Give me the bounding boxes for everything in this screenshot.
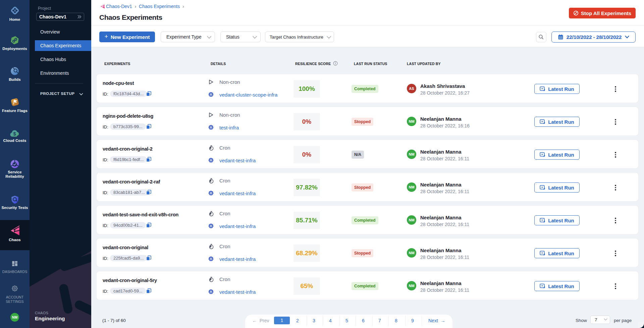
svg-text:$: $ [13, 131, 16, 136]
